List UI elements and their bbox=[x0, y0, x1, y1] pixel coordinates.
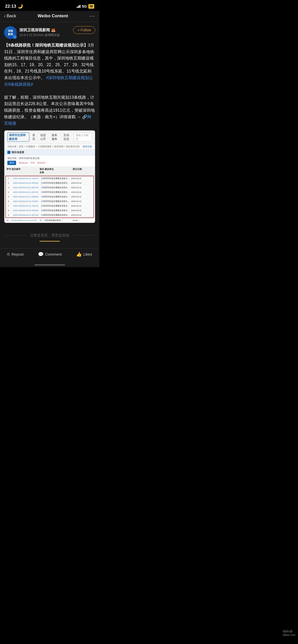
post-bold-start: 【9条线路获批！深圳地铁五期建设规划公示】 bbox=[4, 43, 88, 47]
nav-interact: 互动交流 bbox=[63, 133, 71, 141]
content-area: 深视新闻 v 深圳卫视深视新闻 🦊 23-4-2 21:53 from 微博网页… bbox=[0, 22, 99, 248]
nav-bar: ‹ Back Weibo Content ··· bbox=[0, 11, 99, 22]
nav-home: 首页 bbox=[32, 133, 36, 141]
page-title: Weibo Content bbox=[38, 13, 68, 19]
nav-info: 信息公开 bbox=[40, 133, 48, 141]
likes-button[interactable]: 👍 Likes bbox=[76, 252, 92, 257]
table-row: 7 2303-440303-04-01-799141 深圳市城市轨道交通15号线… bbox=[6, 204, 93, 208]
profile-name: 深圳卫视深视新闻 🦊 bbox=[19, 28, 60, 33]
table-row: 4 2303-440303-04-01-430749 深圳市城市轨道交通17号线… bbox=[6, 190, 93, 195]
more-button[interactable]: ··· bbox=[89, 13, 95, 19]
webpage-link[interactable]: 网页链接 bbox=[4, 115, 91, 126]
nav-service: 政务服务 bbox=[52, 133, 59, 141]
divider-area: 点赞是美意，赞赏是鼓励 bbox=[4, 228, 95, 244]
img-nav: 首页 信息公开 政务服务 互动交流 bbox=[32, 133, 71, 141]
profile-meta: 23-4-2 21:53 from 微博网页版 bbox=[19, 33, 60, 37]
follow-button[interactable]: + Follow bbox=[73, 26, 95, 34]
col-no: 序号 bbox=[6, 168, 11, 174]
verified-badge: v bbox=[13, 35, 17, 39]
likes-label: Likes bbox=[83, 252, 92, 256]
table-row: 5 2303-440303-04-01-592089 深圳市城市轨道交通25号线… bbox=[6, 195, 93, 199]
img-search-box: 请输入关键词 bbox=[74, 133, 92, 141]
table-row: 9 2303-440303-04-01-967226 深圳市城市轨道交通19号线… bbox=[6, 213, 93, 217]
link-icon: 🔗 bbox=[82, 115, 87, 119]
action-bar: ⎋ Repost 💬 Comment 👍 Likes bbox=[0, 248, 99, 262]
filter-row: 项目名称：深圳市城市轨道交通 查询 导出Excel 打印 导出PDF bbox=[4, 155, 95, 167]
name-text: 深圳卫视深视新闻 bbox=[19, 28, 50, 33]
table-row: 1 2303-440303-04-01-144379 深圳市城市轨道交通22号线… bbox=[6, 176, 93, 181]
table-row: 2 2303-440303-04-01-253316 深圳市城市轨道交通11号线… bbox=[6, 181, 93, 185]
avatar-container: 深视新闻 v bbox=[4, 26, 17, 39]
breadcrumb: 当前位置：首页 > 主题服务 > 工程建设服务 > 政府情报 > 项目基本信息 … bbox=[4, 144, 95, 150]
status-bar: 22:13 🌙 5G 56 bbox=[0, 0, 99, 11]
profile-left: 深视新闻 v 深圳卫视深视新闻 🦊 23-4-2 21:53 from 微博网页… bbox=[4, 26, 60, 39]
time-display: 22:13 bbox=[5, 4, 16, 9]
home-bar bbox=[34, 264, 65, 266]
back-button[interactable]: ‹ Back bbox=[4, 13, 16, 19]
table-row: 8 2303-440303-04-01-850185 深圳市城市轨道交通11号线… bbox=[6, 208, 93, 213]
hashtag-link[interactable]: #深圳地铁五期建设规划公示9条线路获批# bbox=[4, 76, 93, 86]
search-btn: 查询 bbox=[7, 161, 16, 165]
status-time: 22:13 🌙 bbox=[5, 4, 23, 9]
table-row: 10 2019-440303-04-01-107782 深圳市城市轨道交通20号… bbox=[4, 218, 95, 223]
col-name: 项目名称 bbox=[39, 168, 45, 174]
divider-line: 点赞是美意，赞赏是鼓励 bbox=[4, 233, 95, 238]
network-label: 5G bbox=[82, 4, 87, 8]
profile-header: 深视新闻 v 深圳卫视深视新闻 🦊 23-4-2 21:53 from 微博网页… bbox=[4, 26, 95, 39]
comment-button[interactable]: 💬 Comment bbox=[38, 252, 62, 257]
chevron-left-icon: ‹ bbox=[4, 13, 6, 19]
comment-icon: 💬 bbox=[38, 252, 44, 257]
status-icons: 5G 56 bbox=[77, 4, 94, 9]
signal-icon bbox=[77, 5, 80, 8]
repost-label: Repost bbox=[11, 252, 24, 256]
section-icon bbox=[7, 151, 10, 154]
col-code: 项目编号 bbox=[11, 168, 39, 174]
home-indicator bbox=[0, 262, 99, 267]
section-title: 项目信息查 bbox=[4, 150, 95, 155]
table-row: 6 2303-440303-04-01-673097 深圳市城市轨道交通32号线… bbox=[6, 199, 93, 204]
gold-bar bbox=[39, 241, 60, 242]
repost-icon: ⎋ bbox=[7, 252, 10, 257]
moon-icon: 🌙 bbox=[18, 4, 23, 9]
image-preview: 深圳市住房和建设局 首页 信息公开 政务服务 互动交流 请输入关键词 当前位置：… bbox=[4, 130, 95, 223]
battery-level: 56 bbox=[88, 4, 94, 9]
profile-info: 深圳卫视深视新闻 🦊 23-4-2 21:53 from 微博网页版 bbox=[19, 28, 60, 37]
likes-icon: 👍 bbox=[76, 252, 82, 257]
col-unit: 建设单位 bbox=[45, 168, 73, 174]
divider-text: 点赞是美意，赞赏是鼓励 bbox=[30, 233, 69, 238]
profile-emoji: 🦊 bbox=[51, 28, 56, 33]
table-row: 3 2303-440303-04-01-369748 深圳市城市轨道交通29号线… bbox=[6, 185, 93, 190]
repost-button[interactable]: ⎋ Repost bbox=[7, 252, 24, 257]
back-label: Back bbox=[7, 13, 16, 19]
post-content: 【9条线路获批！深圳地铁五期建设规划公示】3月31日，深圳市住房和建设局官网公示… bbox=[4, 42, 95, 127]
col-date: 登记日期 bbox=[73, 168, 93, 174]
table-header: 序号 项目编号 项目名称 建设单位 登记日期 bbox=[4, 167, 95, 175]
gov-logo: 深圳市住房和建设局 bbox=[7, 133, 29, 142]
comment-label: Comment bbox=[45, 252, 62, 256]
img-header: 深圳市住房和建设局 首页 信息公开 政务服务 互动交流 请输入关键词 bbox=[4, 130, 95, 144]
table-body: 1 2303-440303-04-01-144379 深圳市城市轨道交通22号线… bbox=[4, 176, 95, 223]
